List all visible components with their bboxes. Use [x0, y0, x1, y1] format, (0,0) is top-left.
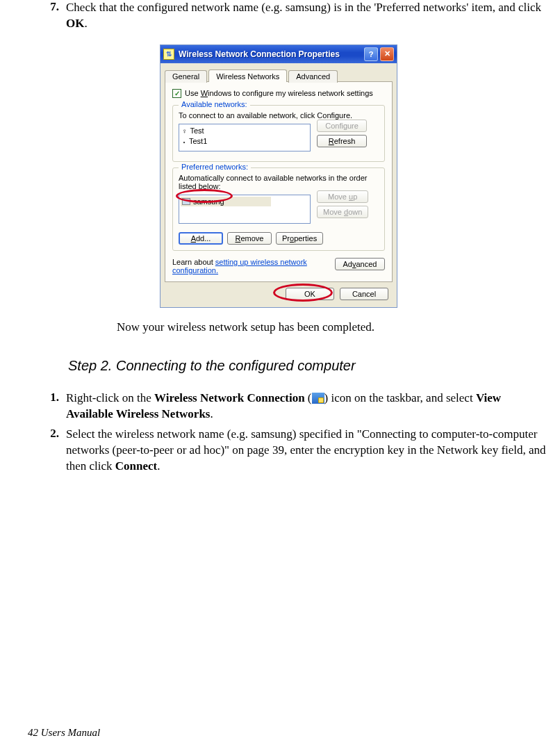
adhoc-icon [182, 136, 186, 147]
dialog-footer: OK Cancel [160, 286, 397, 307]
use-windows-checkbox-row[interactable]: ✓ Use Windows to configure my wireless n… [172, 89, 385, 98]
advanced-button[interactable]: Advanced [335, 258, 385, 270]
step-number: 1. [28, 391, 66, 423]
step-7: 7. Check that the configured network nam… [28, 0, 546, 32]
tab-advanced[interactable]: Advanced [288, 70, 338, 83]
page-footer: 42 Users Manual [28, 727, 100, 739]
learn-about-row: Learn about setting up wireless network … [172, 258, 385, 274]
wireless-tray-icon [312, 393, 324, 404]
tab-general[interactable]: General [165, 70, 207, 83]
cancel-button[interactable]: Cancel [340, 288, 388, 300]
move-down-button[interactable]: Move down [317, 206, 368, 218]
step-number: 2. [28, 427, 66, 475]
tab-strip: General Wireless Networks Advanced [165, 69, 397, 81]
move-up-button[interactable]: Move up [317, 190, 368, 203]
bold: Connect [115, 459, 157, 473]
tab-panel: ✓ Use Windows to configure my wireless n… [165, 81, 393, 282]
step-number: 7. [28, 0, 66, 32]
step-text: Check that the configured network name (… [66, 0, 546, 32]
group-hint: Automatically connect to available netwo… [179, 174, 379, 190]
substep-2: 2. Select the wireless network name (e.g… [28, 427, 546, 475]
configure-button[interactable]: Configure [317, 120, 367, 132]
add-button[interactable]: Add... [179, 232, 223, 245]
tab-wireless-networks[interactable]: Wireless Networks [208, 69, 287, 82]
checkbox-icon[interactable]: ✓ [172, 89, 181, 98]
bold: Wireless Network Connection [154, 391, 305, 404]
available-networks-list[interactable]: Test Test1 [179, 124, 311, 151]
bold-ok: OK [66, 17, 84, 30]
properties-button[interactable]: Properties [276, 232, 323, 245]
text: . [84, 17, 87, 30]
substep-1: 1. Right-click on the Wireless Network C… [28, 391, 546, 423]
available-networks-group: Available networks: To connect to an ava… [172, 105, 385, 162]
step-text: Select the wireless network name (e.g. s… [66, 427, 546, 475]
window-icon: ⇅ [163, 49, 174, 60]
wireless-properties-dialog: ⇅ Wireless Network Connection Properties… [160, 44, 397, 308]
titlebar[interactable]: ⇅ Wireless Network Connection Properties… [160, 45, 397, 63]
text: Learn about [172, 258, 215, 266]
highlight-circle-icon [176, 189, 233, 203]
step-2-heading: Step 2. Connecting to the configured com… [68, 358, 546, 374]
group-legend: Preferred networks: [179, 163, 251, 171]
text: Check that the configured network name (… [66, 1, 541, 14]
refresh-button[interactable]: Refresh [317, 135, 367, 147]
window-title: Wireless Network Connection Properties [179, 49, 362, 59]
step-text: Right-click on the Wireless Network Conn… [66, 391, 546, 423]
group-legend: Available networks: [179, 100, 250, 108]
group-hint: To connect to an available network, clic… [179, 111, 379, 120]
list-item[interactable]: Test1 [182, 136, 307, 147]
list-item[interactable]: Test [182, 126, 307, 136]
checkbox-label: Use Windows to configure my wireless net… [185, 89, 373, 97]
preferred-networks-group: Preferred networks: Automatically connec… [172, 167, 385, 251]
highlight-circle-icon [273, 284, 333, 302]
help-button[interactable]: ? [364, 47, 378, 61]
completion-note: Now your wireless network setup has been… [117, 320, 546, 334]
close-button[interactable]: ✕ [380, 47, 394, 61]
remove-button[interactable]: Remove [227, 232, 272, 245]
ap-icon [182, 126, 188, 136]
